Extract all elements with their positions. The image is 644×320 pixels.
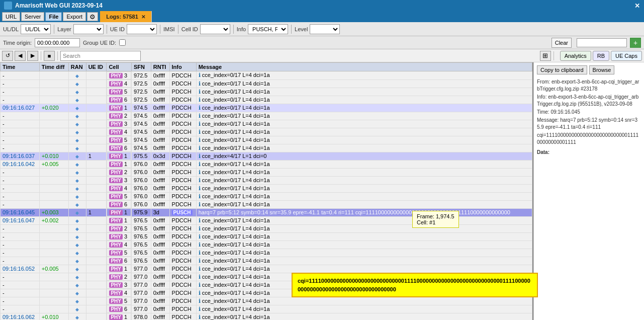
clear-btn[interactable]: Clear xyxy=(551,38,572,48)
cell-ueid xyxy=(86,192,107,200)
cell-info: PDCCH xyxy=(169,104,196,112)
cell-cell: PHY5 xyxy=(107,192,131,200)
copy-to-clipboard-btn[interactable]: Copy to clipboard xyxy=(537,65,587,74)
cell-timediff xyxy=(39,120,68,128)
table-row[interactable]: -◆PHY2976.00xffffPDCCHℹ cce_index=0/17 L… xyxy=(1,168,532,176)
cell-rnti: 0xffff xyxy=(151,224,169,232)
cell-message: ℹ cce_index=0/17 L=4 dci=1a xyxy=(196,136,532,144)
cell-rnti: 0xffff xyxy=(151,305,169,313)
table-row[interactable]: -◆PHY6974.50xffffPDCCHℹ cce_index=0/17 L… xyxy=(1,144,532,152)
rb-btn[interactable]: RB xyxy=(593,51,609,61)
table-row[interactable]: -◆PHY4976.50xffffPDCCHℹ cce_index=0/17 L… xyxy=(1,241,532,249)
add-filter-btn[interactable]: + xyxy=(630,38,641,48)
cell-timediff xyxy=(39,289,68,297)
table-row[interactable]: -◆PHY5972.50xffffPDCCHℹ cce_index=0/17 L… xyxy=(1,88,532,96)
refresh-btn[interactable]: ↺ xyxy=(2,51,13,61)
table-row[interactable]: 09:16:16.047+0.002◆PHY1976.50xffffPDCCHℹ… xyxy=(1,216,532,224)
cqi-popup[interactable]: cqi=111100000000000000000000000000011110… xyxy=(292,273,538,297)
cell-timediff xyxy=(39,297,68,305)
file-btn[interactable]: File xyxy=(45,12,62,21)
stop-btn[interactable]: ■ xyxy=(44,51,55,61)
info-select[interactable]: PUSCH, Pl xyxy=(248,24,288,34)
table-row[interactable]: 09:16:16.027+0.020◆PHY1974.50xffffPDCCHℹ… xyxy=(1,104,532,112)
title-bar: Amarisoft Web GUI 2023-09-14 ✕ xyxy=(0,0,644,11)
cell-message: ℹ cce_index=0/17 L=4 dci=1a xyxy=(196,176,532,184)
cell-ueid xyxy=(86,265,107,273)
group-ue-id-checkbox[interactable] xyxy=(119,39,126,46)
table-row[interactable]: 09:16:16.045+0.003◆1PHY1975.93dPUSCHharq… xyxy=(1,208,532,216)
cell-info: PDCCH xyxy=(169,241,196,249)
browse-btn[interactable]: Browse xyxy=(589,65,615,74)
table-row[interactable]: -◆PHY4976.00xffffPDCCHℹ cce_index=0/17 L… xyxy=(1,184,532,192)
cell-time: - xyxy=(1,305,40,313)
search-input[interactable] xyxy=(60,51,141,61)
cell-rnti: 0xffff xyxy=(151,257,169,265)
table-row[interactable]: -◆PHY5976.50xffffPDCCHℹ cce_index=0/17 L… xyxy=(1,249,532,257)
prev-btn[interactable]: ◀ xyxy=(15,51,26,61)
ue-id-select[interactable] xyxy=(127,24,157,34)
table-row[interactable]: -◆PHY3976.00xffffPDCCHℹ cce_index=0/17 L… xyxy=(1,176,532,184)
table-row[interactable]: -◆PHY6976.50xffffPDCCHℹ cce_index=0/17 L… xyxy=(1,257,532,265)
cell-timediff xyxy=(39,136,68,144)
grid-icon[interactable]: ⊞ xyxy=(540,51,551,61)
group-ue-id-label: Group UE ID: xyxy=(83,40,116,46)
cell-ueid xyxy=(86,232,107,241)
cell-rnti: 0xffff xyxy=(151,112,169,120)
table-row[interactable]: -◆PHY6972.50xffffPDCCHℹ cce_index=0/17 L… xyxy=(1,96,532,104)
url-btn[interactable]: URL xyxy=(2,12,20,21)
cell-sfn: 976.0 xyxy=(131,184,151,192)
cell-time: - xyxy=(1,241,40,249)
table-row[interactable]: -◆PHY2974.50xffffPDCCHℹ cce_index=0/17 L… xyxy=(1,112,532,120)
table-row[interactable]: -◆PHY5974.50xffffPDCCHℹ cce_index=0/17 L… xyxy=(1,136,532,144)
cell-info: PDCCH xyxy=(169,88,196,96)
table-row[interactable]: -◆PHY3972.50xffffPDCCHℹ cce_index=0/17 L… xyxy=(1,71,532,80)
cell-info: PDCCH xyxy=(169,144,196,152)
table-row[interactable]: 09:16:16.062+0.010◆PHY1978.00xffffPDCCHℹ… xyxy=(1,313,532,320)
settings-btn[interactable]: ⚙ xyxy=(87,12,98,21)
table-row[interactable]: -◆PHY6976.00xffffPDCCHℹ cce_index=0/17 L… xyxy=(1,200,532,208)
layer-select[interactable] xyxy=(73,24,104,34)
cell-time: - xyxy=(1,176,40,184)
cell-rnti: 0xffff xyxy=(151,160,169,168)
uldl-select[interactable]: UL/DL xyxy=(21,24,51,34)
server-btn[interactable]: Server xyxy=(21,12,44,21)
level-select[interactable] xyxy=(310,24,340,34)
table-row[interactable]: -◆PHY6977.00xffffPDCCHℹ cce_index=0/17 L… xyxy=(1,305,532,313)
sep4 xyxy=(178,25,178,34)
cell-ueid xyxy=(86,160,107,168)
table-row[interactable]: 09:16:16.042+0.005◆PHY1976.00xffffPDCCHℹ… xyxy=(1,160,532,168)
filter-input[interactable] xyxy=(577,38,627,47)
cell-sfn: 974.5 xyxy=(131,144,151,152)
cell-timediff: +0.005 xyxy=(39,265,68,273)
table-row[interactable]: 09:16:16.052+0.005◆PHY1977.00xffffPDCCHℹ… xyxy=(1,265,532,273)
table-row[interactable]: -◆PHY5976.00xffffPDCCHℹ cce_index=0/17 L… xyxy=(1,192,532,200)
table-row[interactable]: -◆PHY2976.50xffffPDCCHℹ cce_index=0/17 L… xyxy=(1,224,532,232)
table-row[interactable]: -◆PHY3974.50xffffPDCCHℹ cce_index=0/17 L… xyxy=(1,120,532,128)
cell-id-select[interactable] xyxy=(200,24,230,34)
cell-ran: ◆ xyxy=(68,273,86,281)
table-row[interactable]: -◆PHY4974.50xffffPDCCHℹ cce_index=0/17 L… xyxy=(1,128,532,136)
cell-cell: PHY3 xyxy=(107,232,131,241)
time-origin-input[interactable] xyxy=(35,38,80,47)
cell-rnti: 3d xyxy=(151,208,169,216)
col-ran: RAN xyxy=(68,63,86,71)
cell-info: PUSCH xyxy=(169,208,196,216)
export-btn[interactable]: Export xyxy=(63,12,86,21)
analytics-btn[interactable]: Analytics xyxy=(560,51,591,61)
log-tab[interactable]: Logs: 57581 ✕ xyxy=(100,11,152,22)
tab-close-icon[interactable]: ✕ xyxy=(141,14,145,20)
table-row[interactable]: -◆PHY3976.50xffffPDCCHℹ cce_index=0/17 L… xyxy=(1,232,532,241)
cell-message: ℹ cce_index=0/17 L=4 dci=1a xyxy=(196,79,532,88)
cell-ueid xyxy=(86,120,107,128)
table-row[interactable]: 09:16:16.037+0.010◆1PHY1975.50x3dPDCCHℹ … xyxy=(1,152,532,160)
next-btn[interactable]: ▶ xyxy=(27,51,38,61)
cell-sfn: 972.5 xyxy=(131,79,151,88)
cell-ueid xyxy=(86,200,107,208)
table-row[interactable]: -◆PHY4972.50xffffPDCCHℹ cce_index=0/17 L… xyxy=(1,79,532,88)
cell-info: PDCCH xyxy=(169,192,196,200)
cell-ran: ◆ xyxy=(68,120,86,128)
ue-caps-btn[interactable]: UE Caps xyxy=(611,51,642,61)
action-sep2 xyxy=(57,51,58,60)
table-row[interactable]: -◆PHY5977.00xffffPDCCHℹ cce_index=0/17 L… xyxy=(1,297,532,305)
close-icon[interactable]: ✕ xyxy=(634,2,640,10)
